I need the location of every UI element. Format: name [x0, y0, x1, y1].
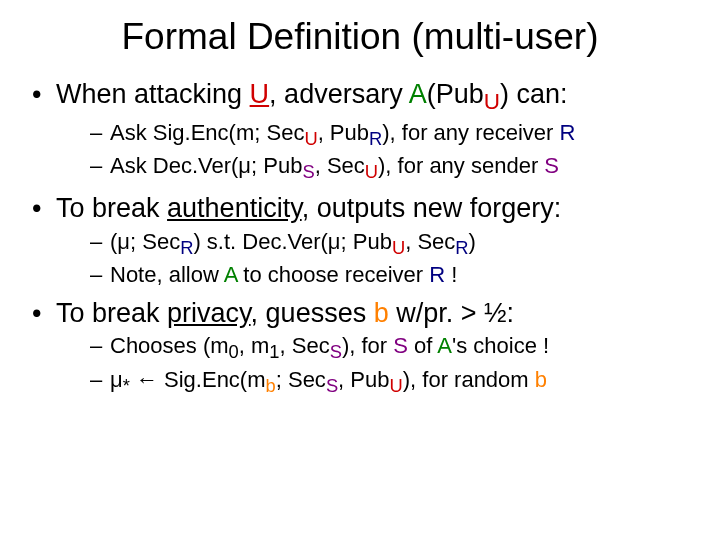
bullet-2: To break authenticity, outputs new forge…	[28, 192, 692, 289]
text: Ask Dec.Ver(μ; Pub	[110, 153, 302, 178]
sub-3b: μ* ← Sig.Enc(mb; SecS, PubU), for random…	[56, 366, 692, 398]
text: w/pr. > ½:	[389, 298, 514, 328]
text-auth: authenticity	[167, 193, 302, 223]
text: !	[445, 262, 457, 287]
text-a: A	[224, 262, 237, 287]
sub-list-3: Chooses (m0, m1, SecS), for S of A's cho…	[56, 332, 692, 398]
sub-3a: Chooses (m0, m1, SecS), for S of A's cho…	[56, 332, 692, 364]
text: of	[408, 333, 437, 358]
text: , Sec	[405, 229, 455, 254]
text: to choose receiver	[237, 262, 429, 287]
sub-1b: Ask Dec.Ver(μ; PubS, SecU), for any send…	[56, 152, 692, 184]
text-mu: μ	[110, 367, 123, 392]
sub-s: S	[302, 161, 314, 182]
text: ), for any receiver	[382, 120, 559, 145]
sub-2b: Note, allow A to choose receiver R !	[56, 261, 692, 289]
text: , adversary	[269, 79, 409, 109]
text: (Pub	[427, 79, 484, 109]
text: Note, allow	[110, 262, 224, 287]
sub-2a: (μ; SecR) s.t. Dec.Ver(μ; PubU, SecR)	[56, 228, 692, 260]
sub-0: 0	[229, 342, 239, 363]
text: , Sec	[315, 153, 365, 178]
sub-s: S	[326, 375, 338, 396]
text: (μ; Sec	[110, 229, 180, 254]
text: ), for any sender	[378, 153, 544, 178]
sub-list-1: Ask Sig.Enc(m; SecU, PubR), for any rece…	[56, 119, 692, 185]
sub-list-2: (μ; SecR) s.t. Dec.Ver(μ; PubU, SecR) No…	[56, 228, 692, 289]
sub-u: U	[392, 237, 405, 258]
text: ), for	[342, 333, 393, 358]
text: Chooses (m	[110, 333, 229, 358]
bullet-1: When attacking U, adversary A(PubU) can:…	[28, 78, 692, 184]
text: ), for random	[403, 367, 535, 392]
sub-r: R	[455, 237, 468, 258]
text: Ask Sig.Enc(m; Sec	[110, 120, 304, 145]
text: ← Sig.Enc(m	[130, 367, 266, 392]
text-a: A	[437, 333, 452, 358]
sub-r: R	[369, 128, 382, 149]
text: , guesses	[251, 298, 374, 328]
sub-u: U	[365, 161, 378, 182]
text: ) can:	[500, 79, 568, 109]
text-r: R	[560, 120, 576, 145]
slide: Formal Definition (multi-user) When atta…	[0, 0, 720, 398]
text: 's choice !	[452, 333, 549, 358]
text-u: U	[250, 79, 270, 109]
text: , outputs new forgery:	[302, 193, 562, 223]
text: , Pub	[338, 367, 389, 392]
sub-r: R	[180, 237, 193, 258]
text: , Pub	[318, 120, 369, 145]
slide-title: Formal Definition (multi-user)	[28, 16, 692, 58]
text: ) s.t. Dec.Ver(μ; Pub	[193, 229, 392, 254]
sub-u: U	[304, 128, 317, 149]
text-b: b	[374, 298, 389, 328]
text: To break	[56, 298, 167, 328]
sub-1: 1	[269, 342, 279, 363]
sub-u: U	[389, 375, 402, 396]
text-s: S	[544, 153, 559, 178]
bullet-3: To break privacy, guesses b w/pr. > ½: C…	[28, 297, 692, 398]
sub-u: U	[484, 89, 500, 114]
text: , Sec	[280, 333, 330, 358]
sub-b: b	[266, 375, 276, 396]
text-r: R	[429, 262, 445, 287]
text: When attacking	[56, 79, 250, 109]
text: )	[469, 229, 476, 254]
bullet-list: When attacking U, adversary A(PubU) can:…	[28, 78, 692, 398]
text: ; Sec	[276, 367, 326, 392]
text: , m	[239, 333, 270, 358]
sub-s: S	[330, 342, 342, 363]
text-priv: privacy	[167, 298, 251, 328]
sub-1a: Ask Sig.Enc(m; SecU, PubR), for any rece…	[56, 119, 692, 151]
text-s: S	[393, 333, 408, 358]
sub-star: *	[123, 375, 130, 396]
text: To break	[56, 193, 167, 223]
text-b: b	[535, 367, 547, 392]
text-a: A	[409, 79, 427, 109]
